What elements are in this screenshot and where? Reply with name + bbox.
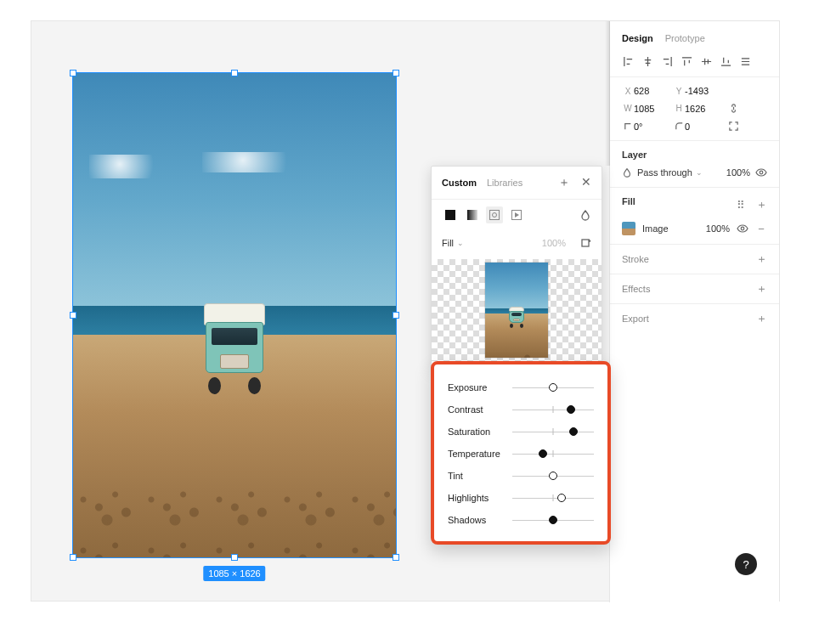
tab-design[interactable]: Design (622, 33, 653, 43)
fill-type-gradient[interactable] (464, 206, 481, 223)
corner-radius-input[interactable]: 0 (685, 121, 724, 132)
stroke-title: Stroke (622, 254, 649, 264)
resize-handle[interactable] (393, 70, 399, 76)
selected-image-frame[interactable]: 1085 × 1626 (72, 72, 397, 558)
stroke-section[interactable]: Stroke ＋ (610, 244, 779, 274)
fill-type-label[interactable]: Image (642, 223, 692, 234)
fill-section: Fill ⠿ ＋ Image 100% − (610, 187, 779, 244)
svg-point-1 (741, 227, 744, 230)
help-button[interactable]: ? (735, 553, 757, 575)
layer-title: Layer (622, 150, 767, 160)
image-fill-mode-select[interactable]: Fill ⌄ (442, 238, 464, 248)
tab-prototype[interactable]: Prototype (665, 33, 705, 43)
blend-mode-icon[interactable] (622, 167, 632, 178)
svg-point-0 (760, 171, 763, 174)
figma-app: 1085 × 1626 Design Prototype X 628 Y -14… (31, 20, 780, 602)
fill-type-solid[interactable] (442, 206, 459, 223)
independent-corners-icon[interactable] (724, 121, 743, 132)
image-rocks (73, 479, 396, 557)
resize-handle[interactable] (231, 554, 238, 561)
distribute-icon[interactable] (739, 55, 752, 68)
inspector-tabs: Design Prototype (610, 21, 779, 52)
align-top-icon[interactable] (681, 55, 693, 68)
layer-opacity-input[interactable]: 100% (720, 167, 750, 178)
visibility-icon[interactable] (755, 167, 767, 178)
exposure-slider[interactable] (512, 381, 594, 393)
image-preview[interactable] (432, 259, 602, 361)
temperature-slider[interactable] (512, 448, 594, 460)
image-thumbnail (485, 263, 548, 358)
tint-slider[interactable] (512, 470, 594, 482)
resize-handle[interactable] (70, 554, 76, 561)
fill-type-image[interactable] (486, 206, 503, 223)
x-input[interactable]: 628 (634, 86, 673, 96)
chevron-down-icon: ⌄ (457, 239, 464, 247)
remove-fill-button[interactable]: − (755, 223, 767, 234)
resize-handle[interactable] (393, 554, 399, 561)
fill-type-video[interactable] (508, 206, 525, 223)
w-label: W (622, 104, 634, 113)
blend-mode-icon[interactable] (579, 209, 591, 221)
image-adjustments-panel: Exposure Contrast Saturation Temperature… (431, 361, 611, 545)
fill-visibility-icon[interactable] (737, 223, 748, 234)
add-fill-button[interactable]: ＋ (755, 199, 767, 211)
blend-mode-select[interactable]: Pass through ⌄ (637, 167, 715, 178)
w-input[interactable]: 1085 (634, 104, 673, 114)
shadows-label: Shadows (448, 515, 512, 525)
h-label: H (673, 104, 685, 113)
contrast-row: Contrast (448, 398, 594, 421)
align-bottom-icon[interactable] (720, 55, 732, 68)
align-vcenter-icon[interactable] (700, 55, 713, 68)
highlights-row: Highlights (448, 487, 594, 509)
add-export-button[interactable]: ＋ (755, 313, 767, 325)
tab-libraries[interactable]: Libraries (487, 178, 522, 188)
tint-label: Tint (448, 471, 512, 481)
style-icon[interactable]: ⠿ (735, 199, 747, 211)
fill-row: Image 100% − (622, 222, 767, 235)
tab-custom[interactable]: Custom (442, 178, 477, 188)
fill-swatch[interactable] (622, 222, 635, 235)
align-right-icon[interactable] (661, 55, 674, 68)
selection-dimensions: 1085 × 1626 (203, 566, 265, 581)
resize-handle[interactable] (393, 312, 399, 319)
corner-radius-icon (673, 121, 685, 132)
rotation-input[interactable]: 0° (634, 121, 673, 132)
image-van (206, 303, 263, 391)
saturation-slider[interactable] (512, 426, 594, 438)
effects-section[interactable]: Effects ＋ (610, 274, 779, 303)
add-effect-button[interactable]: ＋ (755, 283, 767, 295)
align-hcenter-icon[interactable] (641, 55, 654, 68)
add-button[interactable]: ＋ (558, 175, 570, 189)
y-label: Y (673, 87, 685, 96)
contrast-slider[interactable] (512, 404, 594, 415)
image-fill-opacity[interactable]: 100% (542, 238, 566, 248)
export-section[interactable]: Export ＋ (610, 303, 779, 333)
rotation-icon (622, 121, 634, 132)
blend-mode-label: Pass through (637, 167, 692, 178)
alignment-row (610, 52, 779, 76)
constrain-proportions-icon[interactable] (724, 103, 743, 114)
shadows-slider[interactable] (512, 514, 594, 526)
cloud-icon (89, 155, 166, 178)
temperature-row: Temperature (448, 443, 594, 465)
y-input[interactable]: -1493 (685, 86, 724, 96)
highlights-slider[interactable] (512, 492, 594, 504)
resize-handle[interactable] (231, 70, 238, 76)
fill-title: Fill (622, 196, 635, 206)
rotate-icon[interactable] (579, 237, 591, 249)
close-button[interactable]: ✕ (581, 175, 591, 189)
image-sky (73, 73, 396, 306)
fill-opacity-input[interactable]: 100% (699, 223, 730, 234)
exposure-label: Exposure (448, 382, 512, 393)
inspector-panel: Design Prototype X 628 Y -1493 W 1085 H … (609, 21, 779, 602)
add-stroke-button[interactable]: ＋ (755, 253, 767, 265)
x-label: X (622, 87, 634, 96)
fill-popover-header: Custom Libraries ＋ ✕ (432, 167, 602, 200)
scrollbar-shadow (605, 21, 610, 166)
cloud-icon (202, 152, 304, 172)
h-input[interactable]: 1626 (685, 104, 724, 114)
resize-handle[interactable] (70, 312, 76, 319)
align-left-icon[interactable] (622, 55, 635, 68)
resize-handle[interactable] (70, 70, 76, 76)
fill-popover[interactable]: Custom Libraries ＋ ✕ Fill ⌄ 100% (431, 166, 602, 370)
